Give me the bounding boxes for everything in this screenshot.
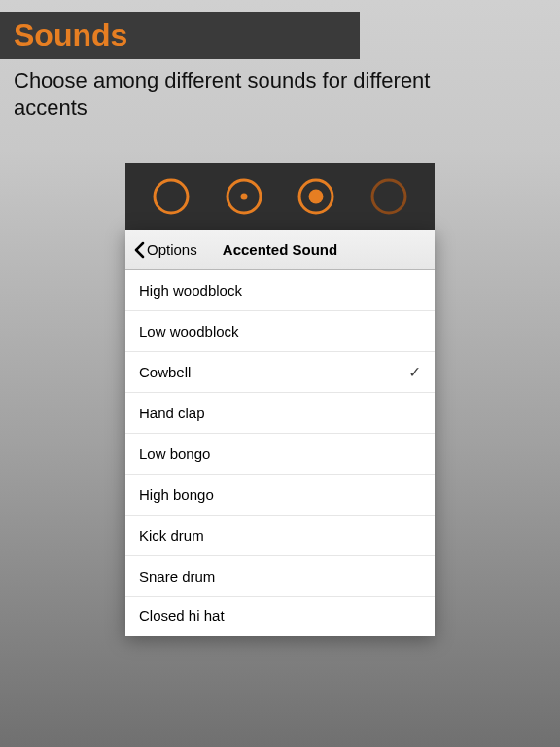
sound-list: High woodblock Low woodblock Cowbell ✓ H… xyxy=(125,270,435,624)
list-item[interactable]: Low woodblock xyxy=(125,311,435,352)
page-title-bar: Sounds xyxy=(0,12,360,59)
accent-ring-large-dot-icon[interactable] xyxy=(296,176,336,217)
sound-label: Closed hi hat xyxy=(139,607,225,623)
list-item[interactable]: High bongo xyxy=(125,475,435,516)
sound-label: High bongo xyxy=(139,486,214,503)
nav-title: Accented Sound xyxy=(223,241,337,258)
sound-label: Hand clap xyxy=(139,405,205,421)
chevron-left-icon xyxy=(133,241,145,259)
list-item[interactable]: Hand clap xyxy=(125,393,435,434)
sound-label: Low woodblock xyxy=(139,323,239,339)
sound-label: High woodblock xyxy=(139,282,242,299)
sound-list-panel: Options Accented Sound High woodblock Lo… xyxy=(125,230,435,636)
accent-selector-bar xyxy=(125,163,435,230)
svg-point-2 xyxy=(240,194,247,200)
nav-header: Options Accented Sound xyxy=(125,230,435,270)
svg-point-5 xyxy=(372,180,405,213)
page-title: Sounds xyxy=(14,18,127,53)
accent-ring-empty-icon[interactable] xyxy=(151,176,192,217)
list-item[interactable]: High woodblock xyxy=(125,270,435,311)
list-item[interactable]: Snare drum xyxy=(125,556,435,597)
sound-label: Cowbell xyxy=(139,364,191,380)
page-subtitle: Choose among different sounds for differ… xyxy=(0,59,506,128)
svg-point-0 xyxy=(155,180,188,213)
list-item[interactable]: Cowbell ✓ xyxy=(125,352,435,393)
sound-label: Snare drum xyxy=(139,568,215,585)
back-button[interactable]: Options xyxy=(125,241,205,259)
list-item[interactable]: Low bongo xyxy=(125,434,435,475)
back-label: Options xyxy=(147,241,197,258)
accent-ring-small-dot-icon[interactable] xyxy=(224,176,264,217)
checkmark-icon: ✓ xyxy=(408,363,421,381)
svg-point-4 xyxy=(309,190,324,204)
settings-panel: Options Accented Sound High woodblock Lo… xyxy=(125,163,435,636)
list-item[interactable]: Kick drum xyxy=(125,516,435,556)
accent-ring-dim-icon[interactable] xyxy=(368,176,409,217)
list-item[interactable]: Closed hi hat xyxy=(125,597,435,624)
sound-label: Kick drum xyxy=(139,527,204,544)
sound-label: Low bongo xyxy=(139,445,210,462)
